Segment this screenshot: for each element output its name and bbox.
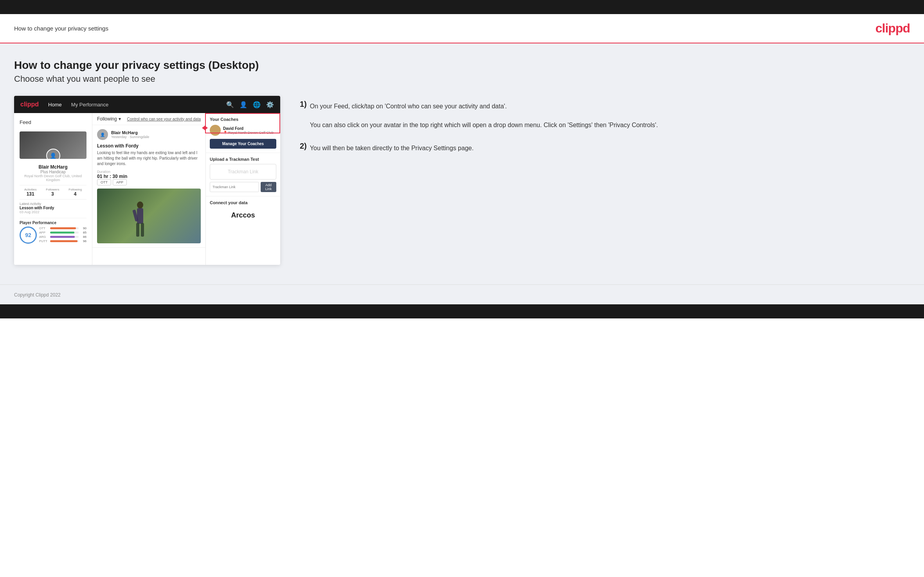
duration-label: Duration — [97, 170, 201, 174]
instructions: 1) On your Feed, click/tap on 'Control w… — [296, 96, 910, 165]
header-title: How to change your privacy settings — [14, 25, 108, 32]
coach-avatar — [210, 125, 221, 136]
connect-title: Connect your data — [210, 200, 276, 205]
feed-post: 👤 Blair McHarg Yesterday · Sunningdale L… — [92, 125, 205, 248]
site-logo: clippd — [875, 21, 910, 36]
app-navbar: clippd Home My Performance 🔍 👤 🌐 ⚙️ — [14, 96, 280, 113]
latest-activity: Latest Activity Lesson with Fordy 03 Aug… — [20, 199, 86, 216]
post-author: Blair McHarg — [111, 130, 149, 135]
site-header: How to change your privacy settings clip… — [0, 14, 924, 43]
profile-stats: Activities 131 Followers 3 Following 4 — [20, 185, 86, 197]
coaches-section: Your Coaches David Ford 📍 Royal North De… — [206, 113, 280, 153]
app-body: Feed 👤 Blair McHarg Plus Handicap Royal … — [14, 113, 280, 265]
profile-icon[interactable]: 👤 — [240, 101, 247, 108]
stat-followers: Followers 3 — [46, 188, 59, 197]
bottom-bar — [0, 304, 924, 318]
feed-tab[interactable]: Feed — [14, 117, 92, 128]
footer-text: Copyright Clippd 2022 — [14, 292, 61, 298]
coach-name: David Ford — [223, 126, 274, 131]
manage-coaches-button[interactable]: Manage Your Coaches — [210, 139, 276, 149]
nav-home[interactable]: Home — [48, 102, 62, 108]
stat-activities: Activities 131 — [24, 188, 37, 197]
post-meta: Yesterday · Sunningdale — [111, 135, 149, 139]
coaches-title: Your Coaches — [210, 117, 276, 122]
page-subheading: Choose what you want people to see — [14, 74, 910, 84]
globe-icon[interactable]: 🌐 — [253, 101, 261, 108]
tag-app: APP — [113, 179, 127, 185]
add-link-button[interactable]: Add Link — [261, 182, 276, 192]
content-columns: clippd Home My Performance 🔍 👤 🌐 ⚙️ Feed — [14, 96, 910, 265]
page-heading: How to change your privacy settings (Des… — [14, 59, 910, 72]
quality-score: 92 — [20, 226, 37, 244]
app-screenshot: clippd Home My Performance 🔍 👤 🌐 ⚙️ Feed — [14, 96, 280, 265]
player-performance: Player Performance 92 OTT 90 APP 85 ARG — [20, 218, 86, 246]
step1-number: 1) — [300, 100, 307, 109]
arccos-logo: Arccos — [210, 207, 276, 223]
svg-rect-3 — [136, 223, 139, 237]
svg-rect-1 — [137, 208, 143, 224]
trackman-placeholder-box: Trackman Link — [210, 164, 276, 180]
trackman-title: Upload a Trackman Test — [210, 157, 276, 162]
bar-row: OTT 90 — [39, 226, 86, 230]
connect-section: Connect your data Arccos — [206, 196, 280, 227]
tag-row: OTT APP — [97, 179, 201, 185]
search-icon[interactable]: 🔍 — [226, 101, 234, 108]
tag-ott: OTT — [97, 179, 111, 185]
app-right-panel: Your Coaches David Ford 📍 Royal North De… — [206, 113, 280, 265]
profile-name: Blair McHarg — [20, 164, 86, 170]
instruction-1: 1) On your Feed, click/tap on 'Control w… — [300, 100, 910, 130]
control-privacy-link[interactable]: Control who can see your activity and da… — [127, 117, 201, 121]
avatar: 👤 — [46, 149, 60, 159]
coach-item: David Ford 📍 Royal North Devon Golf Club — [210, 125, 276, 136]
bar-row: PUTT 96 — [39, 239, 86, 243]
top-bar — [0, 0, 924, 14]
step1-text-2: You can also click on your avatar in the… — [310, 120, 658, 130]
app-feed: Following ▾ Control who can see your act… — [92, 113, 206, 265]
avatar-icon[interactable]: ⚙️ — [266, 101, 274, 108]
app-logo: clippd — [20, 101, 39, 108]
footer: Copyright Clippd 2022 — [0, 284, 924, 304]
profile-avatar-area: 👤 — [20, 131, 86, 159]
coach-club: 📍 Royal North Devon Golf Club — [223, 131, 274, 135]
stat-following: Following 4 — [68, 188, 82, 197]
golfer-silhouette — [128, 200, 152, 243]
app-sidebar: Feed 👤 Blair McHarg Plus Handicap Royal … — [14, 113, 92, 265]
post-avatar: 👤 — [97, 129, 108, 140]
trackman-input[interactable] — [210, 182, 259, 192]
bar-row: ARG 86 — [39, 235, 86, 239]
profile-handicap: Plus Handicap — [20, 170, 86, 174]
quality-bars: OTT 90 APP 85 ARG 86 PUTT 96 — [39, 226, 86, 244]
step2-number: 2) — [300, 142, 307, 151]
profile-card: 👤 Blair McHarg Plus Handicap Royal North… — [14, 128, 92, 250]
duration-value: 01 hr : 30 min — [97, 174, 201, 179]
profile-club: Royal North Devon Golf Club, United King… — [20, 174, 86, 182]
post-body: Looking to feel like my hands are exitin… — [97, 150, 201, 167]
svg-point-0 — [137, 201, 143, 209]
post-title: Lesson with Fordy — [97, 143, 201, 149]
nav-my-performance[interactable]: My Performance — [71, 102, 108, 108]
step2-text: You will then be taken directly to the P… — [310, 143, 474, 153]
post-image — [97, 189, 201, 243]
main-content: How to change your privacy settings (Des… — [0, 43, 924, 284]
feed-header: Following ▾ Control who can see your act… — [92, 113, 205, 125]
trackman-section: Upload a Trackman Test Trackman Link Add… — [206, 153, 280, 196]
instruction-2: 2) You will then be taken directly to th… — [300, 142, 910, 153]
svg-rect-4 — [141, 223, 144, 237]
step1-text-1: On your Feed, click/tap on 'Control who … — [310, 101, 658, 111]
following-button[interactable]: Following ▾ — [97, 116, 121, 122]
bar-row: APP 85 — [39, 231, 86, 234]
app-nav-icons: 🔍 👤 🌐 ⚙️ — [226, 101, 274, 108]
